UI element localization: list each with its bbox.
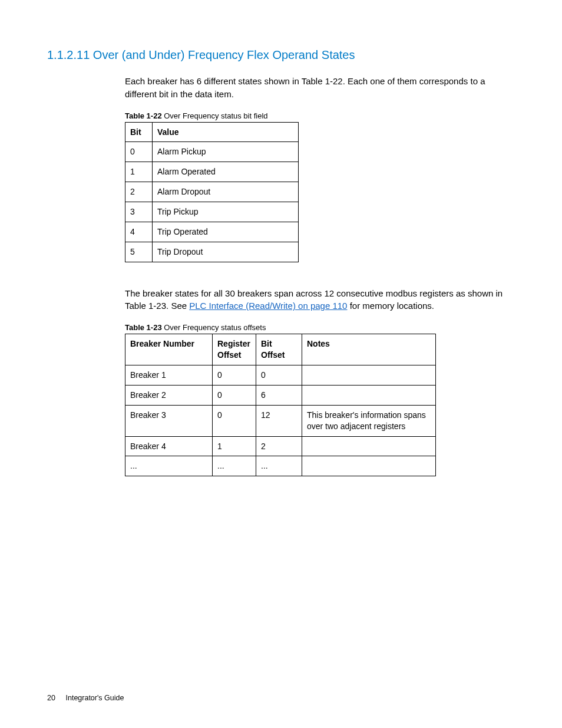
- page-number: 20: [47, 694, 64, 702]
- table-cell: Trip Dropout: [153, 242, 299, 262]
- table-23-caption-label: Table 1-23: [125, 323, 162, 332]
- table-header: Notes: [302, 334, 436, 365]
- table-row: Breaker 412: [125, 436, 436, 456]
- table-cell: 2: [125, 182, 153, 202]
- table-row: Breaker Number Register Offset Bit Offse…: [125, 334, 436, 365]
- table-cell: Breaker 4: [125, 436, 213, 456]
- table-cell: [302, 456, 436, 476]
- plc-interface-link[interactable]: PLC Interface (Read/Write) on page 110: [189, 301, 347, 311]
- table-cell: Trip Operated: [153, 222, 299, 242]
- table-cell: 5: [125, 242, 153, 262]
- table-22-caption-label: Table 1-22: [125, 111, 162, 120]
- table-23-caption-text: Over Frequency status offsets: [162, 323, 266, 332]
- table-row: 1Alarm Operated: [125, 162, 299, 182]
- table-cell: ...: [213, 456, 256, 476]
- table-row: Breaker 206: [125, 385, 436, 405]
- table-22-caption: Table 1-22 Over Frequency status bit fie…: [125, 111, 515, 120]
- footer-label: Integrator's Guide: [65, 694, 124, 702]
- table-cell: Breaker 3: [125, 405, 213, 436]
- table-cell: Alarm Operated: [153, 162, 299, 182]
- table-22: Bit Value 0Alarm Pickup 1Alarm Operated …: [125, 122, 299, 262]
- table-cell: Alarm Pickup: [153, 142, 299, 162]
- table-cell: 0: [125, 142, 153, 162]
- table-row: 2Alarm Dropout: [125, 182, 299, 202]
- table-cell: [302, 385, 436, 405]
- table-cell: [302, 365, 436, 386]
- table-cell: ...: [125, 456, 213, 476]
- table-cell: 1: [125, 162, 153, 182]
- table-cell: Breaker 2: [125, 385, 213, 405]
- table-cell: Alarm Dropout: [153, 182, 299, 202]
- section-heading: 1.1.2.11 Over (and Under) Frequency Flex…: [47, 48, 515, 62]
- table-row: Breaker 3012This breaker's information s…: [125, 405, 436, 436]
- table-23-caption: Table 1-23 Over Frequency status offsets: [125, 323, 515, 332]
- page-footer: 20 Integrator's Guide: [47, 694, 124, 702]
- table-header: Breaker Number: [125, 334, 213, 365]
- table-cell: 2: [256, 436, 302, 456]
- table-cell: 1: [213, 436, 256, 456]
- table-header: Value: [153, 122, 299, 142]
- table-cell: 4: [125, 222, 153, 242]
- table-header: Bit: [125, 122, 153, 142]
- table-cell: This breaker's information spans over tw…: [302, 405, 436, 436]
- paragraph-registers: The breaker states for all 30 breakers s…: [125, 287, 515, 313]
- table-row: 4Trip Operated: [125, 222, 299, 242]
- table-header: Register Offset: [213, 334, 256, 365]
- table-row: .........: [125, 456, 436, 476]
- table-row: Bit Value: [125, 122, 299, 142]
- table-cell: 0: [213, 365, 256, 386]
- table-cell: 3: [125, 202, 153, 222]
- paragraph-intro: Each breaker has 6 different states show…: [125, 75, 515, 101]
- table-cell: ...: [256, 456, 302, 476]
- table-cell: [302, 436, 436, 456]
- paragraph-text: for memory locations.: [347, 301, 434, 311]
- table-row: 0Alarm Pickup: [125, 142, 299, 162]
- table-cell: 12: [256, 405, 302, 436]
- table-22-caption-text: Over Frequency status bit field: [162, 111, 268, 120]
- table-row: 3Trip Pickup: [125, 202, 299, 222]
- table-cell: 0: [213, 405, 256, 436]
- table-row: 5Trip Dropout: [125, 242, 299, 262]
- table-cell: 0: [256, 365, 302, 386]
- table-row: Breaker 100: [125, 365, 436, 386]
- table-cell: 0: [213, 385, 256, 405]
- table-cell: 6: [256, 385, 302, 405]
- table-cell: Breaker 1: [125, 365, 213, 386]
- table-header: Bit Offset: [256, 334, 302, 365]
- table-23: Breaker Number Register Offset Bit Offse…: [125, 334, 436, 476]
- table-cell: Trip Pickup: [153, 202, 299, 222]
